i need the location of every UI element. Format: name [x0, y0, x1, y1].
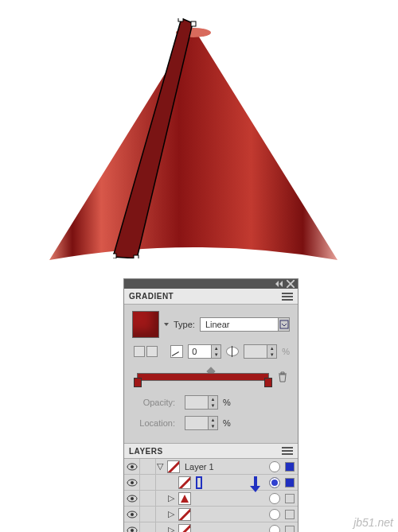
svg-rect-5: [280, 320, 288, 328]
swatch-menu-icon[interactable]: [164, 323, 169, 326]
svg-point-7: [131, 465, 134, 468]
target-icon[interactable]: [269, 461, 280, 472]
opacity-suffix: %: [223, 398, 231, 407]
location-label: Location:: [132, 418, 175, 428]
disclosure-icon[interactable]: ▷: [167, 509, 175, 519]
target-icon[interactable]: [269, 509, 280, 520]
type-value: Linear: [201, 320, 278, 329]
selected-path-overlay[interactable]: [113, 18, 197, 258]
disclosure-icon[interactable]: ▷: [167, 493, 175, 503]
layer-row[interactable]: ▷: [124, 507, 298, 522]
gradient-options-icon[interactable]: [146, 346, 158, 357]
layer-thumbnail: [167, 460, 180, 473]
svg-rect-1: [178, 18, 183, 21]
disclosure-icon[interactable]: ▽: [156, 461, 164, 472]
layers-panel-header: LAYERS: [124, 443, 298, 459]
selection-indicator[interactable]: [285, 462, 295, 472]
opacity-input: [185, 396, 208, 409]
lock-toggle[interactable]: [140, 522, 156, 533]
layer-row[interactable]: [124, 475, 298, 491]
close-panel-icon[interactable]: [287, 281, 295, 287]
layer-thumbnail: [178, 476, 191, 489]
panels-container: GRADIENT Type: Linear ▲▼: [123, 278, 298, 532]
target-icon[interactable]: [269, 525, 280, 533]
selection-indicator[interactable]: [285, 494, 295, 503]
reverse-gradient-icon[interactable]: [134, 346, 145, 357]
disclosure-icon[interactable]: ▷: [167, 525, 175, 532]
layer-thumbnail: [178, 492, 191, 505]
layer-row[interactable]: ▷: [124, 522, 298, 532]
svg-rect-4: [134, 255, 139, 258]
svg-point-13: [131, 513, 134, 516]
layers-title: LAYERS: [129, 447, 163, 456]
collapse-icon[interactable]: [275, 281, 283, 287]
gradient-panel-body: Type: Linear ▲▼ ▲▼ %: [124, 305, 298, 443]
layer-thumbnail: [178, 524, 191, 533]
visibility-toggle[interactable]: [124, 491, 140, 507]
type-label: Type:: [174, 320, 195, 329]
visibility-toggle[interactable]: [124, 475, 140, 491]
lock-toggle[interactable]: [140, 475, 156, 491]
lock-toggle[interactable]: [140, 507, 156, 522]
gradient-stop-left[interactable]: [134, 378, 142, 387]
opacity-label: Opacity:: [132, 398, 175, 407]
layer-name[interactable]: Layer 1: [183, 462, 269, 472]
panel-tabbar: [124, 279, 298, 289]
selection-indicator[interactable]: [285, 526, 295, 533]
layer-thumbnail: [178, 508, 191, 521]
angle-stepper[interactable]: ▲▼: [211, 345, 220, 358]
artboard[interactable]: [0, 0, 398, 254]
layer-row[interactable]: ▽Layer 1: [124, 459, 298, 475]
type-dropdown[interactable]: Linear: [200, 317, 290, 332]
svg-point-15: [131, 529, 134, 532]
visibility-toggle[interactable]: [124, 522, 140, 533]
gradient-slider[interactable]: [132, 365, 290, 387]
dropdown-arrow-icon[interactable]: [278, 318, 289, 331]
panel-menu-icon[interactable]: [282, 292, 293, 301]
aspect-icon: [226, 347, 239, 356]
target-icon[interactable]: [269, 493, 280, 504]
svg-rect-2: [191, 21, 196, 26]
svg-point-9: [131, 481, 134, 484]
angle-field[interactable]: ▲▼: [188, 344, 221, 359]
gradient-stop-right[interactable]: [264, 378, 272, 387]
location-suffix: %: [223, 418, 231, 428]
lock-toggle[interactable]: [140, 459, 156, 475]
layers-list: ▽Layer 1▷▷▷: [124, 459, 298, 532]
layers-menu-icon[interactable]: [282, 446, 293, 456]
aspect-input: [244, 345, 267, 358]
layer-row[interactable]: ▷: [124, 491, 298, 507]
svg-point-11: [131, 497, 134, 500]
visibility-toggle[interactable]: [124, 459, 140, 475]
opacity-field: ▲▼: [185, 395, 218, 410]
target-icon[interactable]: [269, 477, 280, 488]
trash-icon[interactable]: [277, 371, 288, 382]
gradient-swatch[interactable]: [132, 311, 159, 338]
aspect-suffix: %: [282, 347, 290, 356]
layer-name[interactable]: [194, 478, 269, 487]
location-field: ▲▼: [185, 416, 218, 430]
location-input: [185, 417, 208, 429]
gradient-title: GRADIENT: [129, 292, 174, 301]
lock-toggle[interactable]: [140, 491, 156, 507]
aspect-field: ▲▼: [244, 344, 277, 359]
gradient-track[interactable]: [137, 373, 269, 381]
selection-indicator[interactable]: [285, 478, 295, 487]
svg-rect-3: [113, 254, 116, 258]
angle-input[interactable]: [189, 345, 211, 358]
angle-icon: [170, 345, 183, 358]
watermark: jb51.net: [353, 516, 393, 529]
selection-indicator[interactable]: [285, 510, 295, 519]
visibility-toggle[interactable]: [124, 507, 140, 522]
aspect-stepper: ▲▼: [267, 345, 276, 358]
gradient-panel-header: GRADIENT: [124, 289, 298, 305]
